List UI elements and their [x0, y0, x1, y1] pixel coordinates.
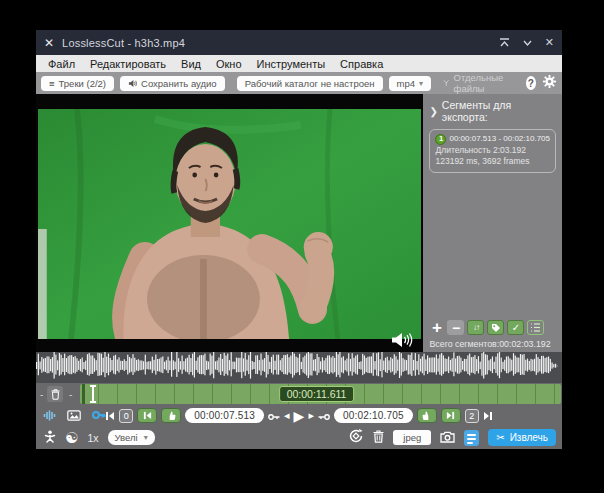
timeline[interactable]: - - 00:00:11.611: [36, 383, 562, 405]
chevron-down-icon: ▾: [144, 433, 148, 442]
chevron-down-icon: ▾: [419, 79, 423, 88]
segment-duration: Длительность 2:03.192: [435, 145, 550, 156]
jump-segment-start-button[interactable]: [137, 408, 157, 423]
keyframes-toggle-icon[interactable]: [92, 407, 106, 425]
next-keyframe-icon[interactable]: [318, 407, 330, 425]
delete-segment-button[interactable]: [47, 386, 63, 402]
zoom-out-icon[interactable]: -: [40, 389, 43, 400]
segments-total: Всего сегментов:00:02:03.192: [429, 339, 556, 349]
add-segment-button[interactable]: +: [429, 320, 444, 335]
thumbnails-toggle-icon[interactable]: [67, 407, 81, 425]
segment-number-badge: 1: [435, 134, 446, 145]
desktop-background: ✕ LosslessCut - h3h3.mp4 ✕ Файл Редактир…: [0, 0, 604, 493]
list-icon: [530, 323, 541, 332]
prev-keyframe-icon[interactable]: [268, 407, 280, 425]
set-segment-end-button[interactable]: [417, 408, 437, 423]
playhead-cursor[interactable]: [92, 385, 94, 403]
jump-end-keybox[interactable]: 2: [465, 409, 479, 423]
losslesscut-window: ✕ LosslessCut - h3h3.mp4 ✕ Файл Редактир…: [36, 30, 562, 447]
seg-start-icon: [143, 411, 152, 420]
segment-card[interactable]: 1 00:00:07.513 - 00:02:10.705 Длительнос…: [429, 129, 556, 173]
window-title: LosslessCut - h3h3.mp4: [62, 37, 499, 49]
extract-button[interactable]: ✂ Извлечь: [488, 429, 556, 446]
speaker-icon: [128, 79, 137, 88]
segments-header[interactable]: ❯ Сегменты для экспорта:: [429, 99, 556, 123]
remove-segment-button[interactable]: −: [447, 320, 464, 335]
save-audio-button[interactable]: Сохранить аудио: [120, 76, 225, 91]
audio-waveform[interactable]: [36, 352, 562, 383]
trash-icon: [51, 389, 60, 400]
next-frame-icon[interactable]: ▸: [308, 410, 314, 421]
trash-icon[interactable]: [373, 429, 384, 447]
capture-format-button[interactable]: jpeg: [393, 430, 431, 445]
waveform-toggle-icon[interactable]: [43, 407, 56, 425]
output-format-select[interactable]: mp4 ▾: [389, 76, 432, 91]
seg-end-icon: [446, 411, 455, 420]
jump-start-keybox[interactable]: 0: [119, 409, 133, 423]
yin-yang-icon[interactable]: ☯: [65, 430, 78, 445]
segment-start-time-input[interactable]: 00:00:07.513: [185, 408, 264, 423]
separate-files-toggle[interactable]: Отдельные файлы: [437, 72, 520, 94]
confirm-segments-button[interactable]: ✓: [507, 320, 524, 335]
segment-track[interactable]: 00:00:11.611: [80, 384, 561, 404]
minimize-icon[interactable]: [522, 39, 533, 47]
menu-help[interactable]: Справка: [340, 58, 383, 70]
menu-tools[interactable]: Инструменты: [257, 58, 326, 70]
segments-sidebar: ❯ Сегменты для экспорта: 1 00:00:07.513 …: [423, 94, 562, 352]
playback-controls: 0 00:00:07.513 ◂ ▶ ▸ 00:02:10.705: [36, 405, 562, 426]
scissors-icon: ✂: [496, 432, 504, 443]
hand-point-icon: [422, 411, 431, 421]
tag-icon: [491, 323, 501, 333]
label-segment-button[interactable]: [487, 320, 504, 335]
bottom-toolbar: ☯ 1x Увелі ▾ jpeg: [36, 426, 562, 449]
help-button[interactable]: ?: [526, 76, 536, 90]
tracks-button[interactable]: ≡ Треки (2/2): [41, 76, 114, 91]
sort-segments-button[interactable]: ↓↑: [467, 320, 484, 335]
zoom-select[interactable]: Увелі ▾: [108, 430, 155, 445]
zoom-in-icon[interactable]: -: [69, 389, 72, 400]
export-log-icon[interactable]: [464, 430, 479, 446]
current-time-display: 00:00:11.611: [279, 386, 355, 402]
play-button[interactable]: ▶: [294, 409, 305, 423]
menu-window[interactable]: Окно: [216, 58, 242, 70]
hand-point-icon: [167, 411, 176, 421]
top-toolbar: ≡ Треки (2/2) Сохранить аудио Рабочий ка…: [36, 72, 562, 94]
menu-view[interactable]: Вид: [181, 58, 201, 70]
video-player[interactable]: [36, 94, 423, 352]
menu-edit[interactable]: Редактировать: [90, 58, 166, 70]
keep-above-icon[interactable]: [499, 38, 510, 48]
jump-file-end-icon[interactable]: [483, 407, 493, 425]
tracks-icon: ≡: [49, 78, 55, 89]
menu-file[interactable]: Файл: [48, 58, 75, 70]
segment-end-time-input[interactable]: 00:02:10.705: [334, 408, 413, 423]
shortcuts-person-icon[interactable]: [44, 429, 56, 447]
rotate-icon[interactable]: [348, 428, 364, 448]
volume-icon[interactable]: [391, 332, 413, 352]
camera-icon[interactable]: [440, 429, 455, 447]
working-dir-button[interactable]: Рабочий каталог не настроен: [237, 76, 383, 91]
menu-bar: Файл Редактировать Вид Окно Инструменты …: [36, 55, 562, 72]
close-icon[interactable]: ✕: [545, 36, 554, 49]
segment-start-marker[interactable]: [82, 384, 85, 404]
video-still: [38, 109, 421, 339]
playback-rate: 1x: [87, 432, 98, 444]
jump-segment-end-button[interactable]: [441, 408, 461, 423]
segments-list-button[interactable]: [527, 320, 544, 335]
video-frame: [38, 109, 421, 339]
prev-frame-icon[interactable]: ◂: [284, 410, 290, 421]
title-bar[interactable]: ✕ LosslessCut - h3h3.mp4 ✕: [36, 30, 562, 55]
main-area: ❯ Сегменты для экспорта: 1 00:00:07.513 …: [36, 94, 562, 352]
jump-file-start-icon[interactable]: [105, 407, 115, 425]
settings-gear-icon[interactable]: [542, 74, 557, 93]
app-close-icon[interactable]: ✕: [44, 36, 54, 50]
chevron-right-icon: ❯: [429, 106, 437, 117]
sidebar-spacer: [429, 173, 556, 320]
segment-actions: + − ↓↑ ✓: [429, 320, 556, 335]
set-segment-start-button[interactable]: [161, 408, 181, 423]
segment-range: 00:00:07.513 - 00:02:10.705: [449, 134, 550, 145]
segment-stats: 123192 ms, 3692 frames: [435, 156, 550, 167]
fork-icon: [443, 78, 450, 88]
